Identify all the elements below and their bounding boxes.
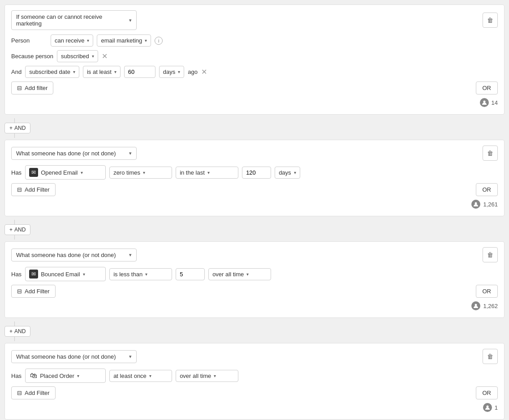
svg-point-3 xyxy=(486,406,488,408)
and-connector-btn-3[interactable]: + AND xyxy=(4,326,30,337)
main-dropdown-4[interactable]: What someone has done (or not done) ▾ xyxy=(11,350,137,363)
days-dropdown[interactable]: days ▾ xyxy=(159,66,184,78)
person-icon-4 xyxy=(483,403,492,412)
add-filter-label-1: Add filter xyxy=(25,85,47,91)
event-label-2: Opened Email xyxy=(41,169,78,176)
delete-button-4[interactable]: 🗑 xyxy=(483,349,498,364)
delete-button-1[interactable]: 🗑 xyxy=(483,13,498,28)
frequency-dropdown-4[interactable]: at least once ▾ xyxy=(109,370,172,382)
or-label-4: OR xyxy=(483,390,492,396)
filter-icon-3: ⊟ xyxy=(17,288,22,295)
count-row-3: 1,262 xyxy=(11,298,498,311)
event-dropdown-4[interactable]: 🛍 Placed Order ▾ xyxy=(25,369,106,383)
or-btn-1[interactable]: OR xyxy=(476,81,498,94)
info-icon[interactable]: i xyxy=(155,37,163,45)
svg-point-2 xyxy=(475,304,477,306)
trash-icon-4: 🗑 xyxy=(487,353,493,360)
add-filter-btn-4[interactable]: ⊟ Add Filter xyxy=(11,386,56,399)
delete-button-3[interactable]: 🗑 xyxy=(483,247,498,262)
add-filter-btn-3[interactable]: ⊟ Add Filter xyxy=(11,285,56,298)
filter-row-4: ⊟ Add Filter OR xyxy=(11,386,498,399)
main-dropdown-1[interactable]: If someone can or cannot receive marketi… xyxy=(11,10,137,30)
and-row: And subscribed date ▾ is at least ▾ days… xyxy=(11,66,498,78)
and-connector-3: + AND xyxy=(4,321,505,341)
condition-header-3: What someone has done (or not done) ▾ 🗑 xyxy=(11,247,498,262)
main-dropdown-3-arrow: ▾ xyxy=(129,252,132,258)
add-filter-label-2: Add Filter xyxy=(25,186,50,193)
connector-line-bottom-1 xyxy=(14,133,15,138)
subscribed-date-dropdown[interactable]: subscribed date ▾ xyxy=(25,66,79,78)
or-btn-3[interactable]: OR xyxy=(476,285,498,298)
add-filter-label-4: Add Filter xyxy=(25,390,50,396)
frequency-label-2: zero times xyxy=(113,169,140,176)
is-at-least-label: is at least xyxy=(87,69,112,75)
person-row: Person can receive ▾ email marketing ▾ i xyxy=(11,34,498,47)
subscribed-date-label: subscribed date xyxy=(29,69,70,75)
condition-header-4: What someone has done (or not done) ▾ 🗑 xyxy=(11,349,498,364)
main-dropdown-4-label: What someone has done (or not done) xyxy=(16,353,116,360)
and-connector-btn-1[interactable]: + AND xyxy=(4,123,30,133)
time-range-label-2: in the last xyxy=(180,169,205,176)
condition-block-3: What someone has done (or not done) ▾ 🗑 … xyxy=(4,241,505,318)
email-marketing-arrow: ▾ xyxy=(145,38,147,43)
event-arrow-3: ▾ xyxy=(83,272,85,277)
time-range-label-3: over all time xyxy=(212,271,244,278)
because-close-btn[interactable]: ✕ xyxy=(102,53,108,60)
connector-line-top-1 xyxy=(14,118,15,123)
filter-icon-1: ⊟ xyxy=(17,85,22,91)
email-marketing-dropdown[interactable]: email marketing ▾ xyxy=(97,34,151,47)
and-text-2: AND xyxy=(14,227,26,233)
time-range-dropdown-2[interactable]: in the last ▾ xyxy=(176,167,238,179)
condition-block-2: What someone has done (or not done) ▾ 🗑 … xyxy=(4,140,505,216)
frequency-label-3: is less than xyxy=(113,271,142,278)
add-filter-btn-1[interactable]: ⊟ Add filter xyxy=(11,81,53,94)
page-container: If someone can or cannot receive marketi… xyxy=(0,0,509,420)
days-value-input[interactable] xyxy=(124,66,155,78)
main-dropdown-4-arrow: ▾ xyxy=(129,354,132,360)
count-4: 1 xyxy=(495,404,498,411)
count-row-1: 14 xyxy=(11,94,498,108)
count-1: 14 xyxy=(492,99,498,106)
connector-line-bottom-2 xyxy=(14,235,15,240)
time-range-dropdown-4[interactable]: over all time ▾ xyxy=(176,370,238,382)
time-range-dropdown-3[interactable]: over all time ▾ xyxy=(208,268,271,280)
frequency-dropdown-3[interactable]: is less than ▾ xyxy=(109,268,172,280)
can-receive-dropdown[interactable]: can receive ▾ xyxy=(51,34,93,47)
time-unit-dropdown-2[interactable]: days ▾ xyxy=(275,167,300,179)
days-label: days xyxy=(163,69,175,75)
days-arrow: ▾ xyxy=(178,69,180,74)
event-label-3: Bounced Email xyxy=(41,271,80,278)
person-label: Person xyxy=(11,37,47,44)
has-row-4: Has 🛍 Placed Order ▾ at least once ▾ ove… xyxy=(11,369,498,383)
main-dropdown-3[interactable]: What someone has done (or not done) ▾ xyxy=(11,249,137,261)
connector-line-top-2 xyxy=(14,220,15,224)
event-dropdown-3[interactable]: ✉ Bounced Email ▾ xyxy=(25,267,106,281)
because-label: Because person xyxy=(11,53,53,60)
frequency-arrow-4: ▾ xyxy=(149,373,151,378)
subscribed-dropdown[interactable]: subscribed ▾ xyxy=(57,50,98,62)
main-dropdown-2[interactable]: What someone has done (or not done) ▾ xyxy=(11,147,137,160)
condition-header-1: If someone can or cannot receive marketi… xyxy=(11,10,498,30)
filter-row-3: ⊟ Add Filter OR xyxy=(11,285,498,298)
count-value-input-3[interactable] xyxy=(176,268,205,280)
has-label-4: Has xyxy=(11,373,22,379)
and-label: And xyxy=(11,69,22,75)
time-range-arrow-4: ▾ xyxy=(214,373,216,378)
and-connector-btn-2[interactable]: + AND xyxy=(4,224,30,235)
main-dropdown-1-arrow: ▾ xyxy=(129,17,132,23)
event-dropdown-2[interactable]: ✉ Opened Email ▾ xyxy=(25,165,106,180)
trash-icon-1: 🗑 xyxy=(487,17,493,24)
count-3: 1,262 xyxy=(483,303,498,309)
time-unit-label-2: days xyxy=(279,169,291,176)
or-btn-2[interactable]: OR xyxy=(476,183,498,196)
is-at-least-dropdown[interactable]: is at least ▾ xyxy=(83,66,121,78)
delete-button-2[interactable]: 🗑 xyxy=(483,146,498,161)
time-range-arrow-2: ▾ xyxy=(207,170,210,175)
add-filter-btn-2[interactable]: ⊟ Add Filter xyxy=(11,183,56,196)
or-btn-4[interactable]: OR xyxy=(476,386,498,399)
time-value-input-2[interactable] xyxy=(242,167,271,179)
and-text-3: AND xyxy=(14,328,26,334)
count-row-2: 1,261 xyxy=(11,196,498,210)
and-close-btn[interactable]: ✕ xyxy=(201,69,207,76)
frequency-dropdown-2[interactable]: zero times ▾ xyxy=(109,167,172,179)
